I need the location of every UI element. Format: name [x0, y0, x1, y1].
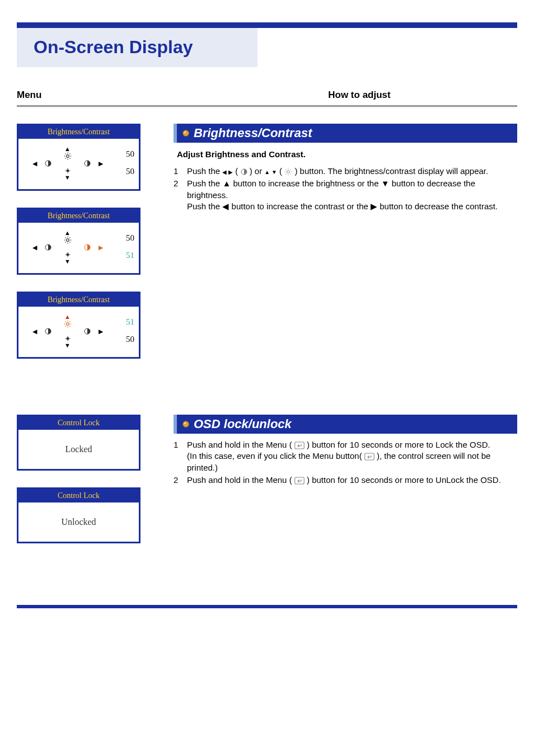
page-title: On-Screen Display	[17, 28, 517, 58]
brightness-dim-icon	[64, 251, 71, 258]
svg-line-22	[69, 242, 70, 242]
down-arrow-icon: ▼	[64, 174, 71, 181]
osd-title: Control Lock	[18, 489, 139, 503]
contrast-icon	[241, 168, 247, 175]
step-number: 2	[174, 178, 187, 212]
svg-line-56	[286, 169, 287, 170]
contrast-icon	[84, 328, 91, 335]
contrast-icon	[84, 244, 91, 251]
contrast-icon	[45, 328, 51, 335]
svg-point-32	[66, 322, 69, 325]
svg-point-51	[287, 171, 290, 173]
right-arrow-icon: ▶	[99, 160, 103, 167]
osd-value-top: 51	[112, 317, 134, 327]
section-header: OSD lock/unlock	[174, 415, 517, 434]
step-number: 1	[174, 439, 187, 473]
svg-line-59	[291, 169, 291, 170]
osd-body-text: Locked	[18, 430, 139, 469]
brightness-dim-icon	[64, 167, 71, 174]
osd-panel: Control Lock Locked	[17, 415, 140, 471]
osd-panel: Brightness/Contrast ▲ ◀ ▶	[17, 208, 140, 275]
enter-icon	[294, 442, 305, 449]
enter-icon	[294, 477, 305, 485]
step-row: 1 Push and hold in the Menu ( ) button f…	[174, 439, 517, 473]
right-arrow-icon: ▶	[99, 328, 103, 335]
bottom-rule	[17, 605, 517, 608]
down-arrow-icon: ▼	[64, 342, 71, 349]
osd-body-text: Unlocked	[18, 503, 139, 542]
svg-point-16	[66, 238, 69, 241]
svg-line-39	[65, 326, 65, 326]
section-subtitle: Adjust Brightness and Contrast.	[177, 149, 517, 159]
svg-line-38	[69, 326, 70, 326]
column-headers: Menu How to adjust	[17, 90, 517, 107]
osd-value-bottom: 50	[112, 167, 134, 176]
svg-point-27	[66, 253, 69, 256]
step-number: 2	[174, 475, 187, 486]
svg-line-6	[69, 158, 70, 158]
header-how: How to adjust	[202, 90, 517, 101]
section-header: Brightness/Contrast	[174, 124, 517, 143]
svg-point-61	[184, 422, 186, 424]
svg-point-43	[66, 337, 69, 340]
svg-point-48	[183, 130, 189, 137]
step-row: 1 Push the ◀ ▶ ( ) or ▲ ▼ ( ) button. Th…	[174, 166, 517, 177]
title-banner: On-Screen Display	[17, 28, 517, 67]
up-arrow-icon: ▲	[64, 313, 71, 320]
contrast-icon	[45, 160, 51, 167]
left-arrow-icon: ◀	[32, 160, 37, 167]
svg-point-60	[183, 421, 189, 428]
svg-line-24	[69, 237, 70, 238]
brightness-icon	[64, 236, 72, 244]
svg-point-49	[184, 132, 186, 133]
enter-icon	[364, 453, 374, 461]
osd-panel: Control Lock Unlocked	[17, 487, 140, 543]
osd-panel: Brightness/Contrast ▲ ◀ ▶	[17, 292, 140, 359]
svg-line-8	[69, 153, 70, 154]
svg-line-23	[65, 242, 65, 242]
osd-panel: Brightness/Contrast ▲ ◀ ▶	[17, 124, 140, 191]
brightness-icon	[64, 152, 72, 160]
left-right-arrows-icon: ◀ ▶	[222, 169, 233, 175]
brightness-icon	[284, 168, 292, 176]
osd-title: Brightness/Contrast	[18, 125, 139, 139]
step-row: 2 Push the ▲ button to increase the brig…	[174, 178, 517, 212]
section-header-text: Brightness/Contrast	[194, 126, 312, 140]
top-rule	[17, 22, 517, 28]
step-row: 2 Push and hold in the Menu ( ) button f…	[174, 475, 517, 486]
brightness-dim-icon	[64, 335, 71, 342]
step-text: Push and hold in the Menu ( ) button for…	[187, 475, 517, 486]
left-arrow-icon: ◀	[32, 244, 37, 251]
step-text: Push and hold in the Menu ( ) button for…	[187, 439, 517, 473]
bullet-icon	[182, 421, 189, 428]
osd-value-top: 50	[112, 233, 134, 243]
svg-line-21	[65, 237, 65, 238]
section-osd-lock: Control Lock Locked Control Lock Unlocke…	[17, 415, 517, 560]
svg-line-5	[65, 153, 65, 154]
svg-point-11	[66, 169, 69, 172]
svg-rect-63	[365, 453, 374, 460]
osd-value-bottom: 50	[112, 335, 134, 344]
svg-point-0	[66, 154, 69, 157]
osd-value-bottom: 51	[112, 251, 134, 260]
step-text: Push the ▲ button to increase the bright…	[187, 178, 517, 212]
section-brightness-contrast: Brightness/Contrast ▲ ◀ ▶	[17, 124, 517, 375]
header-menu: Menu	[17, 90, 202, 101]
up-down-arrows-icon: ▲ ▼	[264, 169, 277, 175]
contrast-icon	[84, 160, 91, 167]
svg-rect-62	[295, 442, 305, 449]
osd-title: Brightness/Contrast	[18, 293, 139, 307]
down-arrow-icon: ▼	[64, 258, 71, 265]
step-text: Push the ◀ ▶ ( ) or ▲ ▼ ( ) button. The …	[187, 166, 517, 177]
osd-value-top: 50	[112, 149, 134, 159]
svg-line-37	[65, 321, 65, 322]
svg-line-57	[291, 173, 291, 174]
contrast-icon	[45, 244, 51, 251]
svg-line-40	[69, 321, 70, 322]
svg-rect-64	[295, 477, 305, 484]
step-number: 1	[174, 166, 187, 177]
svg-line-7	[65, 158, 65, 158]
right-arrow-icon: ▶	[99, 244, 103, 251]
up-arrow-icon: ▲	[64, 229, 71, 236]
bullet-icon	[182, 130, 189, 137]
